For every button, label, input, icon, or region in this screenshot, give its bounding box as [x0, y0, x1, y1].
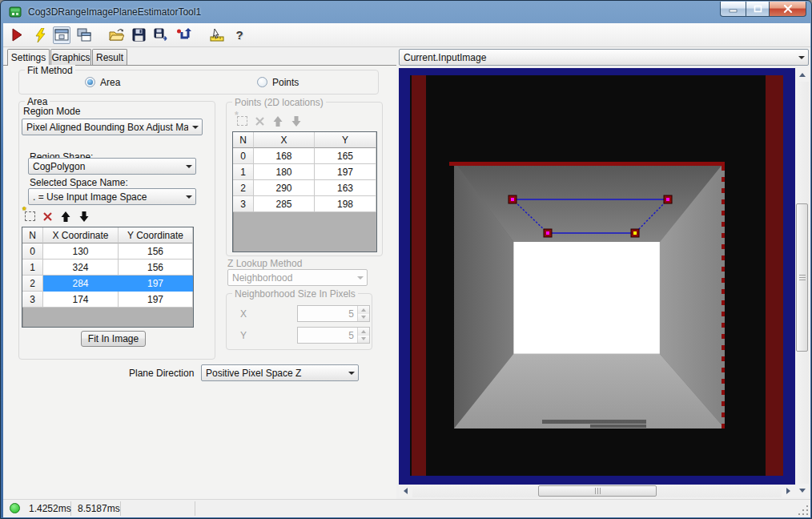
- area-vertex-toolbar: *: [25, 207, 90, 225]
- neighborhood-x-stepper: 5: [297, 305, 370, 322]
- open-file-button[interactable]: [107, 26, 125, 44]
- total-time-value: 8.5187ms: [78, 503, 120, 514]
- run-icon: [10, 28, 23, 42]
- run-button[interactable]: [8, 26, 26, 44]
- maximize-icon: [754, 5, 762, 13]
- measure-button[interactable]: [208, 26, 226, 44]
- move-vertex-down-button[interactable]: [78, 211, 90, 223]
- vertical-scroll-thumb[interactable]: [796, 203, 808, 352]
- table-row: 2 290 163: [233, 180, 376, 196]
- fit-in-image-button[interactable]: Fit In Image: [81, 331, 146, 347]
- chevron-down-icon: [344, 365, 358, 380]
- move-vertex-up-button[interactable]: [60, 211, 71, 223]
- save-image-button[interactable]: [152, 26, 170, 44]
- revert-arrow-icon: [176, 28, 191, 42]
- maximize-button[interactable]: [746, 2, 770, 17]
- save-button[interactable]: [130, 26, 147, 44]
- delete-vertex-button[interactable]: [42, 211, 53, 222]
- plane-direction-label: Plane Direction: [129, 368, 194, 379]
- tab-result[interactable]: Result: [92, 49, 127, 65]
- chevron-down-icon: [188, 119, 202, 135]
- trigger-button[interactable]: [30, 26, 48, 44]
- chevron-down-icon: [182, 159, 195, 174]
- fit-method-area-label: Area: [100, 77, 120, 88]
- fit-method-label: Fit Method: [25, 65, 75, 76]
- image-window-icon: [54, 29, 69, 42]
- selected-space-label: Selected Space Name:: [30, 177, 128, 188]
- scroll-right-button[interactable]: [782, 485, 795, 497]
- z-lookup-select: Neighborhood: [227, 269, 368, 286]
- window-title: Cog3DRangeImagePlaneEstimatorTool1: [28, 6, 201, 18]
- vertex-handle[interactable]: [509, 195, 517, 203]
- add-vertex-button[interactable]: *: [25, 211, 35, 221]
- open-folder-icon: [109, 28, 124, 42]
- run-status-indicator: [10, 503, 20, 513]
- main-toolbar: ?: [3, 23, 810, 47]
- vertical-scrollbar[interactable]: [795, 68, 809, 497]
- show-image-display-button[interactable]: [53, 26, 70, 44]
- region-mode-select[interactable]: Pixel Aligned Bounding Box Adjust Mask: [22, 119, 203, 135]
- spin-down-icon: [358, 314, 369, 322]
- resize-grip[interactable]: [798, 505, 809, 516]
- client-area: ? Settings Graphics Result Fit Method Ar…: [3, 23, 810, 517]
- vertex-handle[interactable]: [544, 229, 552, 237]
- app-icon: [9, 6, 22, 18]
- table-row: 1 180 197: [233, 164, 376, 180]
- add-point-button: *: [237, 116, 247, 126]
- save-icon: [132, 28, 146, 42]
- title-bar[interactable]: Cog3DRangeImagePlaneEstimatorTool1: [1, 1, 811, 23]
- selected-space-select[interactable]: . = Use Input Image Space: [28, 188, 196, 205]
- minimize-button[interactable]: [720, 2, 746, 17]
- float-window-icon: [77, 28, 91, 42]
- neighborhood-y-stepper: 5: [297, 327, 370, 344]
- scroll-left-button[interactable]: [399, 485, 412, 497]
- spin-down-icon: [358, 336, 369, 344]
- neighborhood-x-label: X: [240, 308, 247, 320]
- tool-edit-window: Cog3DRangeImagePlaneEstimatorTool1: [0, 0, 812, 519]
- close-button[interactable]: [769, 2, 806, 17]
- chevron-down-icon: [353, 270, 367, 285]
- tab-graphics[interactable]: Graphics: [50, 49, 91, 65]
- delete-point-button: [255, 116, 265, 127]
- move-point-down-button: [291, 115, 302, 127]
- spin-up-icon: [358, 306, 369, 314]
- area-vertex-table[interactable]: N X Coordinate Y Coordinate 0 130 156 1 …: [22, 227, 194, 328]
- revert-params-button[interactable]: [175, 26, 192, 44]
- table-row[interactable]: 0 130 156: [22, 243, 193, 260]
- help-icon: ?: [235, 28, 243, 42]
- chevron-down-icon: [182, 189, 195, 204]
- points-table: N X Y 0 168 165 1 180 197 2 290 163 3 28: [232, 131, 377, 252]
- ruler-pointer-icon: [209, 28, 225, 42]
- run-time-value: 1.4252ms: [29, 503, 71, 514]
- fit-method-points-label: Points: [272, 77, 299, 88]
- vertex-handle-selected[interactable]: [631, 229, 639, 237]
- tab-settings[interactable]: Settings: [7, 49, 50, 66]
- fit-method-points-radio[interactable]: [257, 77, 267, 87]
- neighborhood-y-label: Y: [240, 330, 247, 341]
- help-button[interactable]: ?: [231, 26, 248, 44]
- table-row: 0 168 165: [233, 148, 376, 164]
- scroll-up-button[interactable]: [795, 68, 809, 82]
- save-image-icon: [154, 28, 169, 42]
- table-row[interactable]: 1 324 156: [22, 260, 193, 276]
- fit-method-area-radio[interactable]: [85, 77, 95, 87]
- spin-up-icon: [358, 328, 369, 336]
- horizontal-scroll-thumb[interactable]: [538, 485, 657, 497]
- vertex-handle[interactable]: [664, 195, 672, 203]
- table-row[interactable]: 3 174 197: [22, 292, 193, 308]
- plane-direction-select[interactable]: Positive Pixel Space Z: [201, 364, 359, 381]
- float-image-display-button[interactable]: [75, 26, 93, 44]
- points-toolbar-disabled: *: [237, 112, 302, 130]
- table-row-selected[interactable]: 2 284 197: [22, 276, 193, 292]
- region-shape-select[interactable]: CogPolygon: [28, 158, 196, 175]
- minimize-icon: [729, 6, 738, 13]
- table-row: 3 285 198: [233, 196, 376, 212]
- horizontal-scrollbar[interactable]: [399, 485, 795, 497]
- region-mode-label: Region Mode: [23, 106, 80, 117]
- image-display[interactable]: [399, 68, 795, 485]
- move-point-up-button: [272, 115, 283, 127]
- lightning-icon: [34, 28, 46, 42]
- scroll-down-button[interactable]: [795, 484, 809, 497]
- image-source-select[interactable]: Current.InputImage: [399, 49, 809, 66]
- polygon-overlay[interactable]: [399, 68, 795, 485]
